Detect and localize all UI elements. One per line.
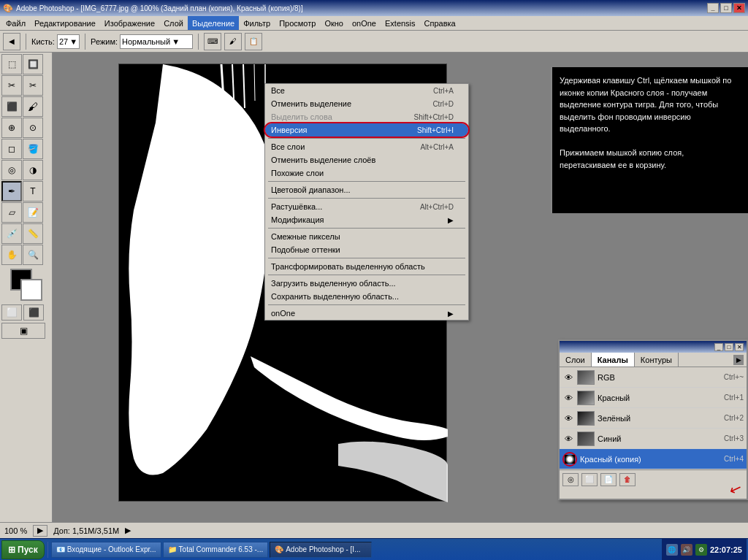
modify-arrow-icon: ▶	[448, 216, 454, 224]
tool-marquee[interactable]: ⬚	[1, 54, 22, 74]
menu-item-similar-layers[interactable]: Похожие слои	[265, 166, 468, 180]
toolbar-back-btn[interactable]: ◀	[3, 33, 20, 50]
tool-history[interactable]: ⊙	[23, 118, 43, 138]
menu-sep-7	[268, 304, 465, 305]
channels-minimize-btn[interactable]: _	[714, 343, 723, 351]
menu-edit[interactable]: Редактирование	[30, 16, 100, 30]
channel-save-btn[interactable]: ⬜	[581, 473, 598, 486]
channel-new-btn[interactable]: 📄	[600, 473, 617, 486]
menu-file[interactable]: Файл	[1, 16, 30, 30]
menu-item-all-layers[interactable]: Все слои Alt+Ctrl+A	[265, 140, 468, 153]
tool-paint-bucket[interactable]: 🪣	[23, 139, 43, 159]
taskbar-item-3[interactable]: 🎨 Adobe Photoshop - [I...	[270, 542, 372, 558]
channel-row-blue[interactable]: 👁 Синий Ctrl+3	[560, 429, 747, 449]
close-button[interactable]: ✕	[733, 3, 745, 13]
tool-pen[interactable]: ✒	[1, 181, 22, 202]
menu-item-grow[interactable]: Смежные пикселы	[265, 230, 468, 243]
menu-item-similar[interactable]: Подобные оттенки	[265, 243, 468, 256]
menu-item-save-selection[interactable]: Сохранить выделенную область...	[265, 290, 468, 303]
channel-row-red-copy[interactable]: Красный (копия) Ctrl+4	[560, 449, 747, 469]
tool-crop[interactable]: ✂	[23, 75, 43, 96]
menu-item-load-selection-label: Загрузить выделенную область...	[271, 279, 396, 288]
menu-window[interactable]: Окно	[320, 16, 348, 30]
menu-item-invert[interactable]: Инверсия Shift+Ctrl+I	[265, 123, 468, 137]
tab-channels[interactable]: Каналы	[592, 353, 635, 367]
channels-maximize-btn[interactable]: □	[725, 343, 733, 351]
brush-label: Кисть:	[31, 37, 55, 46]
channel-name-green: Зелёный	[598, 414, 721, 423]
menu-selection[interactable]: Выделение	[188, 16, 239, 30]
zoom-btn[interactable]: ▶	[33, 525, 47, 537]
menu-item-deselect-layers[interactable]: Отменить выделение слоёв	[265, 153, 468, 166]
selection-menu-dropdown[interactable]: Все Ctrl+A Отменить выделение Ctrl+D Выд…	[264, 83, 469, 321]
tool-zoom[interactable]: 🔍	[23, 245, 43, 265]
tool-notes[interactable]: 📝	[23, 202, 43, 223]
start-button[interactable]: ⊞ Пуск	[1, 540, 45, 559]
tool-blur[interactable]: ◎	[1, 160, 22, 180]
toolbar-btn-1[interactable]: ⌨	[204, 33, 221, 50]
tool-stamp[interactable]: ⊕	[1, 118, 22, 138]
menu-item-all[interactable]: Все Ctrl+A	[265, 84, 468, 97]
menu-sep-1	[268, 138, 465, 139]
taskbar-item-2[interactable]: 📁 Total Commander 6.53 -...	[163, 542, 269, 558]
menu-image[interactable]: Изображение	[100, 16, 159, 30]
menu-item-color-range[interactable]: Цветовой диапазон...	[265, 183, 468, 196]
channels-menu-btn[interactable]: ▶	[733, 355, 744, 365]
info-panel: Удерживая клавишу Ctrl, щёлкаем мышкой п…	[551, 67, 748, 213]
toolbar-btn-2[interactable]: 🖌	[224, 33, 242, 50]
quickmask-mode-btn[interactable]: ⬛	[23, 304, 44, 321]
menu-layer[interactable]: Слой	[159, 16, 188, 30]
tab-layers[interactable]: Слои	[560, 353, 592, 367]
menu-item-feather[interactable]: Растушёвка... Alt+Ctrl+D	[265, 200, 468, 213]
channels-close-btn[interactable]: ✕	[735, 343, 744, 351]
menu-item-deselect[interactable]: Отменить выделение Ctrl+D	[265, 97, 468, 110]
tool-row-5: ◻ 🪣	[1, 139, 50, 159]
tool-eyedropper[interactable]: 💉	[1, 223, 22, 244]
tool-dodge[interactable]: ◑	[23, 160, 43, 180]
tool-magic-wand[interactable]: ✂	[1, 75, 22, 96]
minimize-button[interactable]: _	[707, 3, 719, 13]
menu-item-onone-sub[interactable]: onOne ▶	[265, 307, 468, 320]
tool-measure[interactable]: 📏	[23, 223, 43, 244]
channel-row-rgb[interactable]: 👁 RGB Ctrl+~	[560, 367, 747, 388]
tool-patch[interactable]: ⬛	[1, 96, 22, 117]
menu-onone[interactable]: onOne	[348, 16, 381, 30]
channel-row-green[interactable]: 👁 Зелёный Ctrl+2	[560, 408, 747, 429]
standard-mode-btn[interactable]: ⬜	[1, 304, 22, 321]
brush-size-dropdown[interactable]: 27 ▼	[57, 34, 80, 49]
channel-row-red[interactable]: 👁 Красный Ctrl+1	[560, 388, 747, 408]
menu-item-load-selection[interactable]: Загрузить выделенную область...	[265, 277, 468, 290]
main-area: ⬚ 🔲 ✂ ✂ ⬛ 🖌 ⊕ ⊙ ◻ 🪣 ◎ ◑ ✒ T ▱ 📝	[0, 53, 748, 522]
screen-mode-btn[interactable]: ▣	[1, 323, 45, 339]
channel-delete-btn[interactable]: 🗑	[619, 473, 636, 486]
tool-row-2: ✂ ✂	[1, 75, 50, 96]
systray-icon-2[interactable]: 🔊	[681, 544, 692, 556]
maximize-button[interactable]: □	[720, 3, 732, 13]
menu-item-transform[interactable]: Трансформировать выделенную область	[265, 260, 468, 273]
toolbar-btn-3[interactable]: 📋	[245, 33, 262, 50]
tool-lasso[interactable]: 🔲	[23, 54, 43, 74]
tool-row-4: ⊕ ⊙	[1, 118, 50, 138]
tool-shape[interactable]: ▱	[1, 202, 22, 223]
tool-hand[interactable]: ✋	[1, 245, 22, 265]
canvas-area: Все Ctrl+A Отменить выделение Ctrl+D Выд…	[53, 53, 748, 522]
systray-icon-1[interactable]: 🌐	[666, 544, 678, 556]
channels-tabs: Слои Каналы Контуры ▶	[560, 353, 747, 367]
systray-icon-3[interactable]: ⚙	[695, 544, 707, 556]
color-area	[1, 269, 50, 301]
tab-paths[interactable]: Контуры	[635, 353, 679, 367]
mode-dropdown[interactable]: Нормальный ▼	[120, 34, 193, 49]
tool-text[interactable]: T	[23, 181, 43, 202]
menu-sep-3	[268, 198, 465, 199]
menu-help[interactable]: Справка	[420, 16, 460, 30]
background-color[interactable]	[20, 279, 42, 301]
menu-view[interactable]: Просмотр	[275, 16, 320, 30]
tool-eraser[interactable]: ◻	[1, 139, 22, 159]
channel-load-btn[interactable]: ◎	[562, 473, 579, 486]
tool-brush[interactable]: 🖌	[23, 96, 43, 117]
taskbar-item-1[interactable]: 📧 Входящие - Outlook Expr...	[51, 542, 161, 558]
menu-extensis[interactable]: Extensis	[381, 16, 420, 30]
menu-item-modify[interactable]: Модификация ▶	[265, 213, 468, 226]
menu-item-deselect-shortcut: Ctrl+D	[432, 100, 454, 108]
menu-filter[interactable]: Фильтр	[239, 16, 275, 30]
